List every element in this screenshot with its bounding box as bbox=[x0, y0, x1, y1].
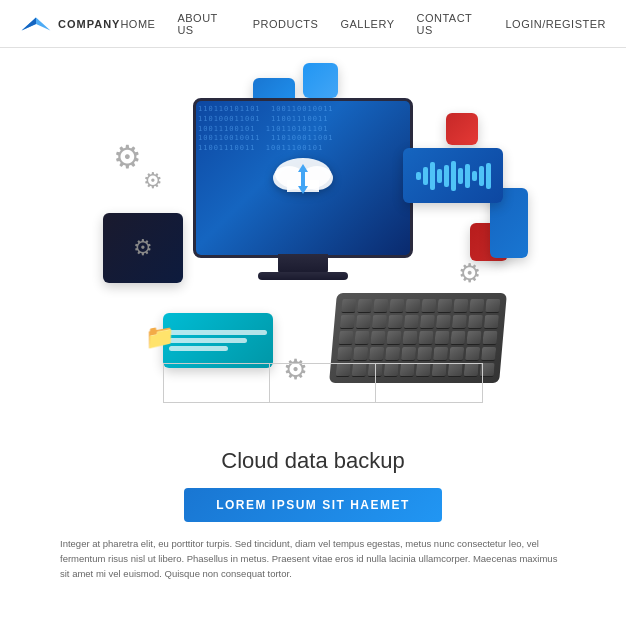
key bbox=[449, 347, 464, 361]
key bbox=[484, 315, 499, 329]
key bbox=[386, 331, 401, 345]
nav-products[interactable]: PRODUCTS bbox=[253, 18, 319, 30]
key bbox=[389, 299, 404, 313]
logo-area: COMPANY bbox=[20, 14, 120, 34]
wave-bar bbox=[437, 169, 442, 183]
wave-bar bbox=[444, 165, 449, 187]
header: COMPANY HOME ABOUT US PRODUCTS GALLERY C… bbox=[0, 0, 626, 48]
key bbox=[450, 331, 465, 345]
table-lines bbox=[163, 363, 483, 403]
key bbox=[418, 331, 433, 345]
table-cell bbox=[164, 364, 270, 402]
key bbox=[465, 347, 480, 361]
key bbox=[405, 299, 420, 313]
monitor-base bbox=[258, 272, 348, 280]
nav-home[interactable]: HOME bbox=[120, 18, 155, 30]
key bbox=[341, 299, 356, 313]
main-content: ⚙ ⚙ ⚙ ⚙ ⚙ 110110101101 100110010011 1101… bbox=[0, 48, 626, 582]
floating-card-blue-2 bbox=[303, 63, 338, 98]
key bbox=[469, 299, 484, 313]
monitor-screen: 110110101101 100110010011 110100011001 1… bbox=[196, 101, 410, 255]
nav-login[interactable]: LOGIN/REGISTER bbox=[505, 18, 606, 30]
wave-bar bbox=[423, 167, 428, 185]
card-line-1 bbox=[169, 330, 267, 335]
gear-icon-1: ⚙ bbox=[113, 138, 142, 176]
key bbox=[356, 315, 371, 329]
nav-contact[interactable]: CONTACT US bbox=[416, 12, 483, 36]
floating-card-red-1 bbox=[446, 113, 478, 145]
settings-card-left: ⚙ bbox=[103, 213, 183, 283]
cta-button[interactable]: LOREM IPSUM SIT HAEMET bbox=[184, 488, 442, 522]
key bbox=[353, 347, 368, 361]
key bbox=[354, 331, 369, 345]
data-card-teal bbox=[163, 313, 273, 368]
key bbox=[434, 331, 449, 345]
wave-bar bbox=[479, 166, 484, 186]
body-text: Integer at pharetra elit, eu porttitor t… bbox=[40, 536, 586, 582]
key bbox=[433, 347, 448, 361]
key bbox=[372, 315, 387, 329]
illustration: ⚙ ⚙ ⚙ ⚙ ⚙ 110110101101 100110010011 1101… bbox=[63, 58, 563, 438]
company-name: COMPANY bbox=[58, 18, 120, 30]
key bbox=[385, 347, 400, 361]
nav: HOME ABOUT US PRODUCTS GALLERY CONTACT U… bbox=[120, 12, 606, 36]
folder-icon: 📁 bbox=[145, 323, 175, 351]
key bbox=[338, 331, 353, 345]
key bbox=[417, 347, 432, 361]
bottom-section: Cloud data backup LOREM IPSUM SIT HAEMET… bbox=[40, 448, 586, 582]
monitor-stand bbox=[278, 254, 328, 274]
wave-bar bbox=[465, 164, 470, 188]
settings-icon-left: ⚙ bbox=[133, 235, 153, 261]
key bbox=[420, 315, 435, 329]
key bbox=[452, 315, 467, 329]
key bbox=[370, 331, 385, 345]
key bbox=[485, 299, 500, 313]
wave-bar bbox=[416, 172, 421, 180]
cloud-icon bbox=[263, 146, 343, 210]
hero-title: Cloud data backup bbox=[40, 448, 586, 474]
svg-marker-1 bbox=[22, 17, 36, 30]
key bbox=[357, 299, 372, 313]
key bbox=[481, 347, 496, 361]
card-line-2 bbox=[169, 338, 247, 343]
key bbox=[402, 331, 417, 345]
table-cell bbox=[270, 364, 376, 402]
key bbox=[340, 315, 355, 329]
key bbox=[373, 299, 388, 313]
gear-icon-2: ⚙ bbox=[143, 168, 163, 194]
card-line-3 bbox=[169, 346, 228, 351]
key bbox=[468, 315, 483, 329]
wave-bar bbox=[486, 163, 491, 189]
key bbox=[401, 347, 416, 361]
key bbox=[437, 299, 452, 313]
key bbox=[369, 347, 384, 361]
key bbox=[436, 315, 451, 329]
key bbox=[453, 299, 468, 313]
logo-icon bbox=[20, 14, 52, 34]
gear-icon-3: ⚙ bbox=[458, 258, 481, 289]
wave-bar bbox=[430, 162, 435, 190]
wave-bar bbox=[472, 171, 477, 181]
svg-rect-9 bbox=[301, 176, 305, 186]
monitor: 110110101101 100110010011 110100011001 1… bbox=[193, 98, 413, 258]
nav-gallery[interactable]: GALLERY bbox=[340, 18, 394, 30]
key bbox=[482, 331, 497, 345]
wave-bar bbox=[458, 168, 463, 184]
audio-card bbox=[403, 148, 503, 203]
wave-bar bbox=[451, 161, 456, 191]
table-cell bbox=[376, 364, 482, 402]
key bbox=[388, 315, 403, 329]
key bbox=[466, 331, 481, 345]
key bbox=[337, 347, 352, 361]
key bbox=[404, 315, 419, 329]
key bbox=[421, 299, 436, 313]
nav-about[interactable]: ABOUT US bbox=[177, 12, 230, 36]
